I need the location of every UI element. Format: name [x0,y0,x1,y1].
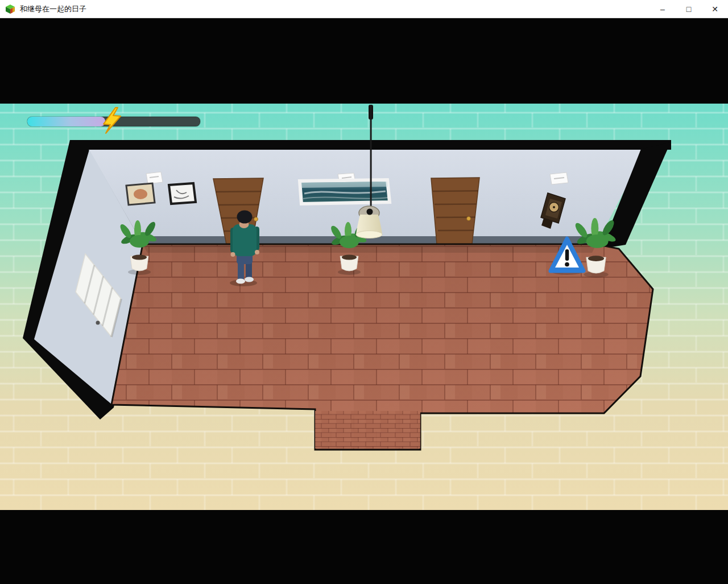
minimize-button[interactable]: – [650,0,676,18]
maximize-icon: □ [686,5,691,14]
game-viewport[interactable] [0,18,728,584]
door-left-handle[interactable] [254,217,258,221]
close-button[interactable]: ✕ [702,0,728,18]
close-icon: ✕ [712,5,718,14]
letterbox-top [0,18,728,104]
window-title: 和继母在一起的日子 [20,4,86,14]
shoe [245,277,254,282]
app-icon [5,4,15,14]
shoe [236,279,245,284]
letterbox-bottom [0,510,728,584]
room [23,105,671,450]
wall-shadow [143,244,596,253]
painting-panorama[interactable] [300,180,390,204]
minimize-icon: – [660,5,665,14]
picture-frame-1[interactable] [126,183,155,205]
door-right[interactable] [431,178,479,244]
exclamation-icon [565,249,569,261]
picture-frame-2[interactable] [169,183,196,204]
door-right-handle[interactable] [467,217,471,221]
wall-vent-1 [146,172,163,184]
side-door-handle[interactable] [96,321,100,325]
maximize-button[interactable]: □ [676,0,702,18]
lamp-cord [370,105,372,213]
energy-bar-fill [27,117,105,126]
wall-vent-3 [550,172,568,184]
entrance-mat[interactable] [315,411,420,449]
app-window: 和继母在一起的日子 – □ ✕ [0,0,728,584]
title-bar: 和继母在一起的日子 – □ ✕ [0,0,728,18]
